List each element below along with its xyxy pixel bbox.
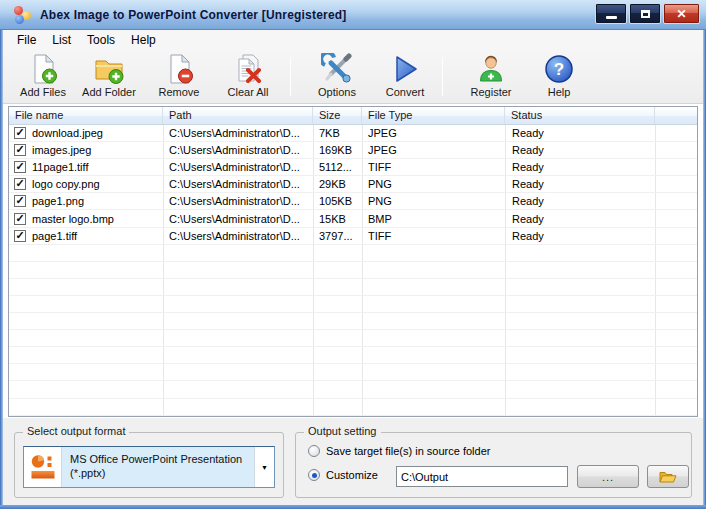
- minimize-button[interactable]: [595, 3, 627, 24]
- app-logo-icon: [12, 5, 32, 25]
- convert-icon: [389, 53, 421, 85]
- path-cell: C:\Users\Administrator\D...: [163, 161, 313, 173]
- check-icon: ✓: [15, 213, 24, 224]
- save-source-option[interactable]: Save target file(s) in source folder: [308, 445, 490, 457]
- check-icon: ✓: [15, 230, 24, 241]
- row-checkbox-checked[interactable]: ✓: [14, 144, 26, 156]
- add-files-icon: [27, 53, 59, 85]
- empty-row: [9, 296, 697, 313]
- options-button[interactable]: Options: [305, 53, 369, 101]
- minimize-icon: [606, 16, 617, 19]
- add-folder-icon: [93, 53, 125, 85]
- convert-button[interactable]: Convert: [373, 53, 437, 101]
- svg-text:?: ?: [554, 60, 564, 79]
- size-cell: 29KB: [313, 178, 362, 190]
- add-files-button[interactable]: Add Files: [11, 53, 75, 101]
- status-cell: Ready: [505, 127, 655, 139]
- file-type-cell: PNG: [362, 178, 505, 190]
- table-row[interactable]: ✓download.jpeg C:\Users\Administrator\D.…: [9, 125, 697, 142]
- menu-help[interactable]: Help: [123, 31, 164, 49]
- browse-button-label: ...: [602, 471, 614, 483]
- add-folder-button[interactable]: Add Folder: [77, 53, 141, 101]
- dropdown-button[interactable]: ▼: [254, 447, 274, 487]
- options-label: Options: [318, 86, 356, 98]
- empty-row: [9, 364, 697, 381]
- file-type-cell: PNG: [362, 195, 505, 207]
- bottom-panel: Select output format: [3, 418, 703, 505]
- column-header-blank[interactable]: [655, 107, 697, 124]
- table-row[interactable]: ✓page1.png C:\Users\Administrator\D... 1…: [9, 193, 697, 210]
- row-checkbox-checked[interactable]: ✓: [14, 178, 26, 190]
- radio-unselected-icon[interactable]: [308, 445, 320, 457]
- check-icon: ✓: [15, 161, 24, 172]
- table-row[interactable]: ✓master logo.bmp C:\Users\Administrator\…: [9, 210, 697, 227]
- row-checkbox-checked[interactable]: ✓: [14, 195, 26, 207]
- row-checkbox-checked[interactable]: ✓: [14, 230, 26, 242]
- check-icon: ✓: [15, 127, 24, 138]
- check-icon: ✓: [15, 144, 24, 155]
- radio-selected-icon[interactable]: [308, 469, 320, 481]
- remove-label: Remove: [159, 86, 200, 98]
- row-checkbox-checked[interactable]: ✓: [14, 213, 26, 225]
- convert-label: Convert: [386, 86, 425, 98]
- register-icon: [475, 53, 507, 85]
- empty-row: [9, 330, 697, 347]
- column-header-file-name[interactable]: File name: [9, 107, 163, 124]
- file-name-cell: download.jpeg: [32, 127, 103, 139]
- add-files-label: Add Files: [20, 86, 66, 98]
- window-border-left: [0, 28, 3, 509]
- path-cell: C:\Users\Administrator\D...: [163, 127, 313, 139]
- customize-option[interactable]: Customize: [308, 469, 378, 481]
- path-cell: C:\Users\Administrator\D...: [163, 195, 313, 207]
- empty-row: [9, 399, 697, 416]
- titlebar[interactable]: Abex Image to PowerPoint Converter [Unre…: [0, 0, 706, 30]
- menu-tools[interactable]: Tools: [79, 31, 123, 49]
- table-row[interactable]: ✓page1.tiff C:\Users\Administrator\D... …: [9, 228, 697, 245]
- output-format-combobox[interactable]: MS Office PowerPoint Presentation (*.ppt…: [23, 446, 275, 488]
- close-button[interactable]: ✕: [663, 3, 700, 24]
- column-header-path[interactable]: Path: [163, 107, 313, 124]
- menu-list[interactable]: List: [44, 31, 79, 49]
- size-cell: 105KB: [313, 195, 362, 207]
- maximize-button[interactable]: [629, 3, 661, 24]
- pptx-format-icon: [24, 447, 62, 487]
- clear-all-button[interactable]: Clear All: [216, 53, 280, 101]
- empty-row: [9, 381, 697, 398]
- empty-row: [9, 262, 697, 279]
- close-icon: ✕: [676, 8, 686, 20]
- window-title: Abex Image to PowerPoint Converter [Unre…: [40, 8, 347, 22]
- row-checkbox-checked[interactable]: ✓: [14, 127, 26, 139]
- file-name-cell: 11page1.tiff: [32, 161, 88, 173]
- table-row[interactable]: ✓11page1.tiff C:\Users\Administrator\D..…: [9, 159, 697, 176]
- table-row[interactable]: ✓images.jpeg C:\Users\Administrator\D...…: [9, 142, 697, 159]
- column-header-status[interactable]: Status: [505, 107, 655, 124]
- file-type-cell: JPEG: [362, 144, 505, 156]
- help-button[interactable]: ? Help: [527, 53, 591, 101]
- file-list: File name Path Size File Type Status ✓do…: [8, 106, 698, 417]
- size-cell: 3797...: [313, 230, 362, 242]
- column-header-size[interactable]: Size: [313, 107, 362, 124]
- help-icon: ?: [543, 53, 575, 85]
- output-setting-group-label: Output setting: [304, 425, 381, 437]
- file-name-cell: images.jpeg: [32, 144, 91, 156]
- table-row[interactable]: ✓logo copy.png C:\Users\Administrator\D.…: [9, 176, 697, 193]
- options-icon: [321, 53, 353, 85]
- output-setting-group: Output setting Save target file(s) in so…: [295, 432, 692, 498]
- maximize-icon: [641, 10, 650, 18]
- browse-button[interactable]: ...: [577, 465, 639, 488]
- open-folder-button[interactable]: [647, 465, 689, 488]
- register-button[interactable]: Register: [459, 53, 523, 101]
- size-cell: 169KB: [313, 144, 362, 156]
- row-checkbox-checked[interactable]: ✓: [14, 161, 26, 173]
- help-label: Help: [548, 86, 571, 98]
- save-source-label: Save target file(s) in source folder: [326, 445, 490, 457]
- toolbar: Add Files Add Folder Remove: [3, 50, 703, 104]
- file-type-cell: TIFF: [362, 161, 505, 173]
- output-path-input[interactable]: [396, 466, 568, 487]
- menu-file[interactable]: File: [9, 31, 44, 49]
- empty-row: [9, 313, 697, 330]
- output-format-group-label: Select output format: [23, 425, 129, 437]
- file-list-body: ✓download.jpeg C:\Users\Administrator\D.…: [9, 125, 697, 416]
- column-header-file-type[interactable]: File Type: [362, 107, 505, 124]
- remove-button[interactable]: Remove: [147, 53, 211, 101]
